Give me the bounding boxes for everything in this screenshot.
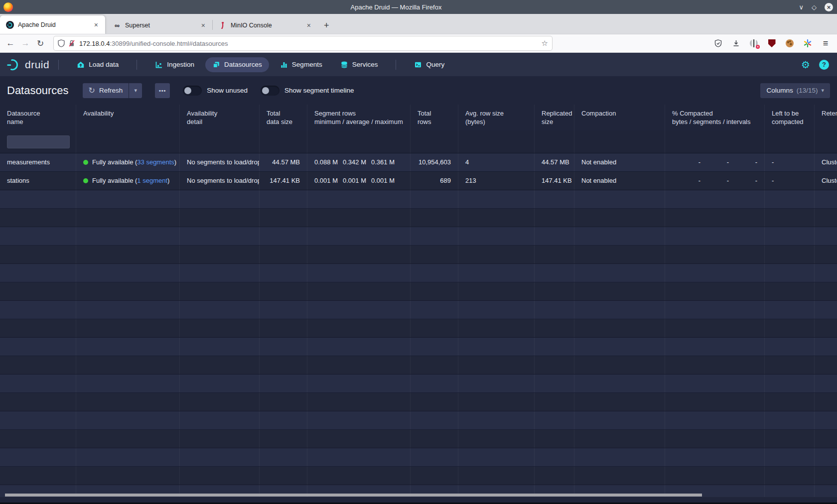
- column-header-availability-detail[interactable]: Availabilitydetail: [180, 105, 260, 130]
- column-header-pct-compacted[interactable]: % Compactedbytes / segments / intervals: [665, 105, 765, 130]
- downloads-icon[interactable]: [731, 39, 740, 48]
- settings-gear-icon[interactable]: ⚙: [801, 60, 810, 70]
- empty-cell: [180, 430, 260, 448]
- refresh-button[interactable]: ↻ Refresh: [83, 83, 129, 98]
- column-header-avg-row-size[interactable]: Avg. row size(bytes): [458, 105, 535, 130]
- hamburger-menu-icon[interactable]: ≡: [821, 39, 830, 48]
- toggle-knob: [262, 87, 269, 94]
- empty-cell: [665, 227, 765, 245]
- empty-cell: [765, 448, 815, 466]
- empty-cell: [76, 375, 180, 392]
- cell-retention[interactable]: Cluster default: loadForever: [815, 153, 837, 171]
- back-button[interactable]: ←: [3, 38, 18, 48]
- tab-apache-druid[interactable]: Apache Druid ×: [0, 15, 105, 34]
- column-header-text: (bytes): [465, 118, 527, 126]
- empty-cell: [76, 227, 180, 245]
- empty-cell: [0, 282, 76, 300]
- url-input[interactable]: 172.18.0.4:30899/unified-console.html#da…: [79, 40, 542, 47]
- tab-close-icon[interactable]: ×: [305, 21, 313, 29]
- nav-load-data[interactable]: Load data: [70, 57, 126, 72]
- empty-cell: [411, 264, 458, 282]
- tab-close-icon[interactable]: ×: [92, 21, 100, 29]
- cell-availability-detail: No segments to load/drop: [180, 153, 260, 171]
- column-header-retention[interactable]: Retention: [815, 105, 837, 130]
- segments-link[interactable]: 1 segment: [137, 177, 167, 184]
- empty-cell: [765, 190, 815, 208]
- empty-cell: [411, 209, 458, 227]
- nav-datasources[interactable]: Datasources: [205, 57, 269, 72]
- forward-button[interactable]: →: [18, 38, 33, 48]
- column-header-text: size: [542, 118, 567, 126]
- nav-query[interactable]: Query: [407, 57, 451, 72]
- cookie-icon[interactable]: [785, 39, 794, 48]
- datasource-filter-input[interactable]: [7, 135, 70, 148]
- refresh-dropdown-button[interactable]: ▾: [129, 83, 142, 98]
- bookmark-star-icon[interactable]: ☆: [542, 39, 548, 48]
- empty-cell: [260, 393, 307, 411]
- empty-cell: [665, 246, 765, 263]
- filter-cell-empty: [458, 130, 535, 153]
- window-maximize-icon[interactable]: ◇: [812, 4, 817, 10]
- empty-cell: [815, 356, 837, 374]
- url-bar[interactable]: 172.18.0.4:30899/unified-console.html#da…: [54, 36, 552, 50]
- window-close-icon[interactable]: ×: [825, 3, 833, 11]
- empty-cell: [815, 319, 837, 337]
- empty-cell: [815, 282, 837, 300]
- segment-rows-value: 0.001 M: [314, 172, 343, 190]
- nav-segments[interactable]: Segments: [273, 57, 329, 72]
- extension-icon[interactable]: ✕: [749, 39, 758, 48]
- column-header-datasource-name[interactable]: Datasourcename: [0, 105, 76, 130]
- empty-cell: [815, 209, 837, 227]
- segments-link[interactable]: 33 segments: [137, 158, 174, 166]
- column-header-availability[interactable]: Availability: [76, 105, 180, 130]
- cell-retention[interactable]: Cluster default: loadForever: [815, 172, 837, 190]
- more-actions-button[interactable]: •••: [155, 83, 170, 98]
- column-header-text: bytes / segments / intervals: [672, 118, 757, 126]
- ublock-origin-icon[interactable]: [767, 39, 776, 48]
- url-path: :30899/unified-console.html#datasources: [110, 40, 228, 47]
- column-header-left-to-be-compacted[interactable]: Left to becompacted: [765, 105, 815, 130]
- nav-ingestion[interactable]: Ingestion: [148, 57, 201, 72]
- druid-brand[interactable]: druid: [7, 58, 49, 71]
- pct-compacted-value: -: [672, 172, 700, 190]
- help-icon[interactable]: ?: [819, 60, 829, 70]
- empty-cell: [0, 448, 76, 466]
- pct-compacted-value: -: [729, 153, 757, 171]
- column-header-compaction[interactable]: Compaction: [574, 105, 665, 130]
- empty-cell: [76, 448, 180, 466]
- show-unused-toggle[interactable]: [183, 86, 202, 96]
- nav-services[interactable]: Services: [333, 57, 385, 72]
- tab-minio-console[interactable]: MinIO Console ×: [213, 17, 318, 34]
- tab-superset[interactable]: ∞ Superset ×: [107, 17, 212, 34]
- empty-cell: [765, 485, 815, 497]
- cell-datasource-name[interactable]: stations: [0, 172, 76, 190]
- horizontal-scrollbar[interactable]: [5, 494, 702, 497]
- empty-cell: [307, 264, 411, 282]
- cell-datasource-name[interactable]: measurements: [0, 153, 76, 171]
- table-row-empty: [0, 227, 837, 246]
- show-segment-timeline-toggle[interactable]: [261, 86, 279, 96]
- reload-button[interactable]: ↻: [33, 38, 48, 49]
- account-shield-icon[interactable]: [713, 39, 722, 48]
- empty-cell: [307, 430, 411, 448]
- column-header-text: Availability: [187, 109, 252, 118]
- consent-manager-icon[interactable]: [803, 39, 812, 48]
- cell-avg-row-size: 213: [458, 172, 535, 190]
- column-header-segment-rows[interactable]: Segment rowsminimum / average / maximum: [307, 105, 411, 130]
- column-header-total-data-size[interactable]: Totaldata size: [260, 105, 307, 130]
- new-tab-button[interactable]: +: [318, 20, 335, 31]
- empty-cell: [0, 393, 76, 411]
- empty-cell: [76, 338, 180, 356]
- column-header-replicated-size[interactable]: Replicatedsize: [535, 105, 574, 130]
- empty-cell: [535, 319, 574, 337]
- column-header-total-rows[interactable]: Totalrows: [411, 105, 458, 130]
- tab-close-icon[interactable]: ×: [199, 21, 207, 29]
- empty-cell: [574, 227, 665, 245]
- tracking-protection-shield-icon[interactable]: [58, 39, 65, 47]
- insecure-lock-icon[interactable]: [68, 39, 75, 47]
- columns-button[interactable]: Columns (13/15) ▾: [760, 83, 830, 98]
- empty-cell: [574, 209, 665, 227]
- empty-cell: [535, 338, 574, 356]
- window-minimize-icon[interactable]: ∨: [799, 4, 804, 10]
- empty-cell: [665, 448, 765, 466]
